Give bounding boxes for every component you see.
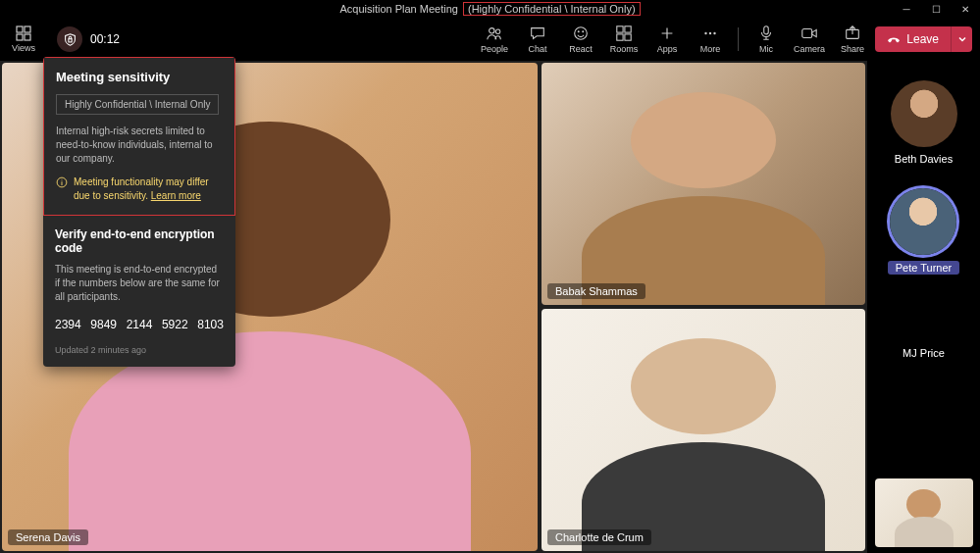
svg-rect-0 (17, 26, 23, 32)
mic-button[interactable]: Mic (747, 25, 786, 54)
shield-lock-icon (64, 33, 77, 46)
svg-point-9 (583, 31, 584, 32)
views-label: Views (12, 43, 35, 53)
svg-rect-12 (617, 34, 623, 40)
leave-button[interactable]: Leave (875, 32, 951, 46)
meeting-title: Acquisition Plan Meeting (339, 3, 457, 15)
grid-icon (16, 25, 31, 41)
sensitivity-title: Meeting sensitivity (56, 70, 223, 84)
svg-rect-11 (625, 26, 631, 32)
sidebar-participant-2[interactable]: Pete Turner (888, 188, 959, 275)
more-button[interactable]: More (691, 25, 730, 54)
confidential-badge: (Highly Confidential \ Internal Only) (463, 2, 641, 16)
svg-point-6 (495, 29, 500, 34)
info-icon (56, 176, 68, 188)
participant-name-main: Serena Davis (8, 529, 88, 545)
minimize-button[interactable]: ─ (892, 0, 921, 18)
sidebar-participant-1[interactable]: Beth Davies (891, 80, 957, 165)
mic-icon (757, 25, 775, 42)
apps-button[interactable]: Apps (647, 25, 687, 54)
chat-button[interactable]: Chat (518, 25, 557, 54)
titlebar: Acquisition Plan Meeting (Highly Confide… (0, 0, 980, 18)
sensitivity-popover: Meeting sensitivity Highly Confidential … (43, 57, 235, 367)
svg-rect-3 (25, 34, 30, 40)
svg-rect-1 (25, 26, 30, 32)
share-button[interactable]: Share (833, 25, 872, 54)
updated-timestamp: Updated 2 minutes ago (55, 345, 224, 355)
people-button[interactable]: People (475, 25, 514, 54)
sensitivity-label: Highly Confidential \ Internal Only (56, 94, 219, 115)
svg-point-5 (490, 28, 494, 33)
close-button[interactable]: ✕ (951, 0, 980, 18)
video-tile-bottom-right[interactable]: Charlotte de Crum (542, 309, 865, 551)
svg-point-14 (704, 32, 706, 34)
svg-rect-2 (17, 34, 23, 40)
encryption-shield-button[interactable] (57, 26, 82, 52)
leave-button-group: Leave (875, 26, 972, 52)
svg-point-15 (709, 32, 711, 34)
verify-description: This meeting is end-to-end encrypted if … (55, 263, 224, 304)
call-timer: 00:12 (90, 32, 120, 46)
rooms-icon (615, 25, 633, 42)
react-button[interactable]: React (561, 25, 600, 54)
svg-point-8 (578, 31, 579, 32)
sidebar-participant-3[interactable]: MJ Price (903, 347, 945, 359)
hangup-icon (887, 32, 901, 46)
encryption-codes: 2394 9849 2144 5922 8103 (55, 318, 224, 331)
self-view-tile[interactable] (875, 478, 973, 547)
verify-title: Verify end-to-end encryption code (55, 227, 224, 255)
toolbar-divider (738, 27, 739, 51)
svg-rect-18 (802, 29, 812, 38)
camera-button[interactable]: Camera (790, 25, 829, 54)
plus-icon (658, 25, 676, 42)
emoji-icon (572, 25, 590, 42)
more-icon (701, 25, 719, 42)
chat-icon (529, 25, 546, 42)
svg-rect-4 (68, 38, 71, 41)
meeting-toolbar: Views 00:12 People Chat React Rooms Apps (0, 18, 980, 61)
maximize-button[interactable]: ☐ (921, 0, 951, 18)
rooms-button[interactable]: Rooms (604, 25, 644, 54)
views-button[interactable]: Views (6, 25, 41, 53)
video-tile-top-right[interactable]: Babak Shammas (542, 63, 865, 305)
svg-rect-17 (764, 26, 769, 34)
svg-rect-10 (617, 26, 623, 32)
participant-name-top-right: Babak Shammas (547, 283, 645, 299)
learn-more-link[interactable]: Learn more (151, 190, 201, 201)
svg-point-7 (575, 27, 588, 40)
svg-rect-13 (625, 34, 631, 40)
participant-name-bottom-right: Charlotte de Crum (547, 529, 651, 545)
svg-point-16 (713, 32, 715, 34)
sensitivity-description: Internal high-risk secrets limited to ne… (56, 125, 223, 166)
camera-icon (800, 25, 818, 42)
chevron-down-icon (957, 34, 967, 44)
participant-sidebar: Beth Davies Pete Turner MJ Price (867, 61, 980, 553)
leave-options-button[interactable] (951, 26, 972, 52)
share-icon (844, 25, 861, 42)
people-icon (486, 25, 503, 42)
